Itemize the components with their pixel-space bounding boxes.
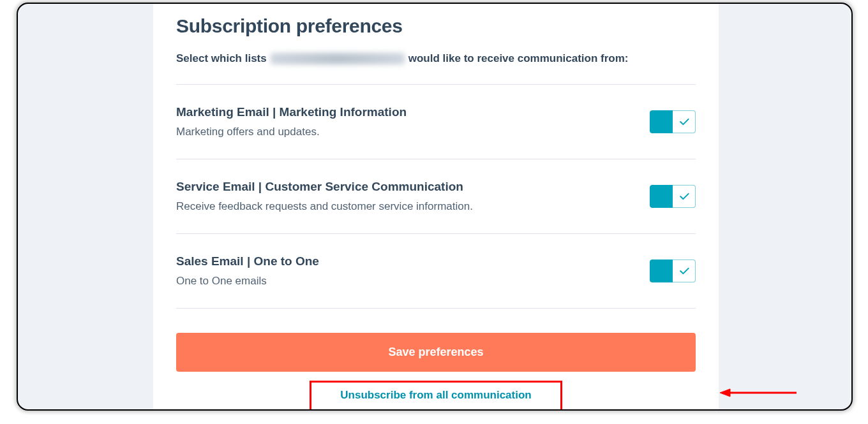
- toggle-on-indicator: [650, 185, 673, 208]
- preference-text: Sales Email | One to One One to One emai…: [176, 254, 650, 288]
- preference-text: Marketing Email | Marketing Information …: [176, 105, 650, 138]
- preference-title: Service Email | Customer Service Communi…: [176, 180, 650, 194]
- toggle-on-indicator: [650, 110, 673, 133]
- save-preferences-button[interactable]: Save preferences: [176, 333, 696, 372]
- unsubscribe-all-link[interactable]: Unsubscribe from all communication: [340, 389, 531, 401]
- check-icon: [678, 115, 691, 128]
- preference-desc: One to One emails: [176, 275, 650, 288]
- page-title: Subscription preferences: [176, 15, 696, 37]
- toggle-on-indicator: [650, 260, 673, 282]
- svg-marker-1: [720, 389, 730, 397]
- redacted-email: [271, 53, 405, 64]
- preference-row-marketing: Marketing Email | Marketing Information …: [176, 85, 696, 159]
- toggle-off-indicator: [673, 185, 696, 208]
- intro-text: Select which lists would like to receive…: [176, 52, 696, 65]
- toggle-off-indicator: [673, 260, 696, 282]
- preference-desc: Marketing offers and updates.: [176, 126, 650, 138]
- toggle-sales[interactable]: [650, 260, 696, 282]
- check-icon: [678, 190, 691, 203]
- window-frame: Subscription preferences Select which li…: [17, 3, 853, 411]
- annotation-arrow: [720, 386, 797, 399]
- preference-desc: Receive feedback requests and customer s…: [176, 200, 650, 213]
- preference-title: Sales Email | One to One: [176, 254, 650, 268]
- toggle-service[interactable]: [650, 185, 696, 208]
- main-panel: Subscription preferences Select which li…: [153, 4, 719, 411]
- intro-before: Select which lists: [176, 52, 267, 65]
- check-icon: [678, 265, 691, 277]
- preference-text: Service Email | Customer Service Communi…: [176, 180, 650, 213]
- unsubscribe-highlight-box: Unsubscribe from all communication: [310, 381, 562, 411]
- toggle-off-indicator: [673, 110, 696, 133]
- preference-title: Marketing Email | Marketing Information: [176, 105, 650, 119]
- toggle-marketing[interactable]: [650, 110, 696, 133]
- intro-after: would like to receive communication from…: [408, 52, 629, 65]
- preference-row-sales: Sales Email | One to One One to One emai…: [176, 234, 696, 309]
- content-area: Subscription preferences Select which li…: [153, 4, 719, 411]
- preference-row-service: Service Email | Customer Service Communi…: [176, 159, 696, 234]
